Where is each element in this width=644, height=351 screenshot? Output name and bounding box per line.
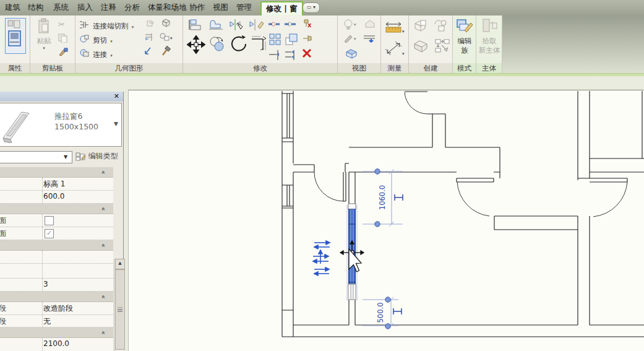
panel-label-clipboard[interactable]: 剪贴板 [30, 63, 75, 73]
linework-brush-icon[interactable]: ▾ [343, 33, 359, 46]
edit-family-button[interactable]: 编辑 族 [455, 18, 474, 55]
paste-button[interactable]: 粘贴 ▾ [35, 18, 53, 60]
section-header-phasing[interactable]: » [0, 292, 113, 302]
property-row-empty[interactable] [0, 264, 113, 279]
property-row-mark[interactable]: 3 [0, 279, 113, 292]
tab-view[interactable]: 视图 [213, 2, 228, 13]
aligned-dimension-icon[interactable]: ▾ [384, 40, 406, 59]
pick-new-host-button[interactable]: 拾取 新主体 [478, 18, 501, 55]
tab-annotate[interactable]: 注释 [101, 2, 116, 13]
wall-lines [282, 91, 644, 337]
flip-arrow-lower-icon[interactable] [314, 267, 329, 275]
panel-label-mode[interactable]: 模式 [453, 63, 476, 73]
section-header[interactable]: » [0, 204, 113, 214]
checkbox-checked[interactable]: ✓ [45, 229, 54, 238]
dimension-drag-handles[interactable] [393, 194, 403, 314]
dimension-value-top[interactable]: 1060.0 [378, 185, 387, 210]
section-header[interactable]: 件» [0, 167, 113, 178]
ribbon-state-toggle-button[interactable]: ▭ ▾ [303, 2, 320, 13]
delete-icon[interactable] [301, 48, 313, 61]
properties-button[interactable] [5, 18, 26, 54]
checkbox-unchecked[interactable] [45, 216, 54, 225]
tab-architecture[interactable]: 建筑 [5, 2, 20, 13]
unpin-icon[interactable]: x [301, 18, 313, 32]
copy-icon[interactable] [58, 33, 69, 45]
tab-insert[interactable]: 插入 [77, 2, 93, 13]
pin-icon[interactable] [301, 33, 313, 46]
scrollbar-up-arrow[interactable]: ▲ [115, 259, 125, 269]
property-row-height[interactable]: 度2100.0 [0, 338, 113, 351]
scrollbar-thumb[interactable] [115, 269, 125, 350]
trim-extend-single-icon[interactable] [267, 49, 281, 63]
property-row-plane-checked[interactable]: 平面 ✓ [0, 227, 113, 240]
panel-geometry: 连接端切割 ▾ 剪切 ▾ 连接 ▾ [75, 15, 183, 73]
join-geometry-button[interactable]: 连接 ▾ [79, 48, 113, 60]
flip-facing-icon[interactable] [314, 241, 330, 249]
move-icon[interactable] [187, 35, 205, 56]
mirror-draw-axis-icon[interactable] [247, 18, 265, 34]
group-gear-icon[interactable] [432, 19, 450, 36]
array-icon[interactable] [268, 33, 282, 48]
panel-label-properties[interactable]: 属性 [0, 63, 30, 73]
panel-label-host[interactable]: 主体 [476, 63, 502, 73]
trim-extend-multiple-icon[interactable] [283, 49, 297, 63]
panel-label-geometry[interactable]: 几何图形 [75, 63, 182, 73]
mirror-pick-axis-icon[interactable] [228, 18, 245, 34]
trim-extend-corner-icon[interactable] [250, 34, 268, 55]
rotate-icon[interactable] [229, 34, 249, 56]
property-row-level[interactable]: 标高 1 [0, 178, 113, 191]
edit-type-button[interactable]: 编辑类型 [75, 151, 118, 162]
parts-arrows-icon[interactable] [434, 38, 451, 56]
type-selector[interactable]: 推拉窗6 1500x1500 ▼ [0, 103, 122, 147]
tab-collaborate[interactable]: 协作 [189, 2, 205, 13]
panel-label-modify[interactable]: 修改 [183, 63, 337, 73]
tab-analyze[interactable]: 分析 [124, 2, 140, 13]
align-icon[interactable] [188, 19, 203, 33]
split-with-gap-icon[interactable] [283, 19, 297, 31]
palette-title-bar[interactable]: ✕ [0, 92, 123, 102]
demolish-hammer-icon[interactable] [160, 46, 171, 59]
cut-profile-icon[interactable] [363, 33, 377, 46]
property-row-phase-demolished[interactable]: 阶段无 [0, 315, 113, 327]
flip-hand-icon[interactable] [313, 250, 328, 264]
cut-geometry-button[interactable]: 剪切 ▾ [79, 33, 113, 46]
assembly-stack-icon[interactable] [412, 38, 431, 56]
lightbulb-icon[interactable]: ▾ [343, 19, 359, 32]
panel-label-view[interactable]: 视图 [338, 63, 380, 73]
panel-label-create[interactable]: 创建 [409, 63, 452, 73]
scale-icon[interactable] [285, 33, 298, 48]
palette-scrollbar[interactable]: ▲ [114, 259, 124, 351]
type-selector-dropdown-icon[interactable]: ▼ [114, 121, 118, 127]
offset-icon[interactable] [208, 18, 224, 34]
panel-label-measure[interactable]: 测量 [381, 63, 408, 73]
wall-joins-icon[interactable] [144, 32, 155, 44]
property-row-plane-unchecked[interactable]: 平面 [0, 214, 113, 227]
similar-box-icon[interactable] [413, 19, 429, 36]
selection-box-icon[interactable] [344, 48, 359, 61]
tab-manage[interactable]: 管理 [236, 2, 252, 13]
copy-elements-icon[interactable] [208, 35, 226, 55]
solid-box-icon[interactable] [160, 18, 171, 30]
wall-sweep-icon[interactable] [145, 19, 155, 30]
tab-structure[interactable]: 结构 [28, 2, 43, 13]
unjoin-icon[interactable]: ▾ [159, 32, 174, 44]
house-gray-icon[interactable] [364, 19, 376, 31]
close-icon[interactable]: ✕ [114, 92, 119, 100]
flip-control-arrows[interactable] [313, 241, 330, 275]
match-type-properties-icon[interactable] [58, 46, 69, 60]
drawing-area[interactable]: 1060.0 500.0 [128, 90, 644, 351]
section-header[interactable]: » [0, 327, 113, 338]
tab-systems[interactable]: 系统 [53, 2, 69, 13]
property-row-sill-height[interactable]: 600.0 [0, 191, 113, 204]
property-row-phase-created[interactable]: 阶段改造阶段 [0, 302, 113, 315]
measure-ruler-icon[interactable]: ▾ [384, 19, 406, 38]
section-header[interactable]: 据» [0, 240, 113, 251]
dimension-value-bottom[interactable]: 500.0 [376, 303, 385, 323]
beam-join-icon[interactable] [144, 46, 153, 58]
filter-combobox[interactable]: ▼ [0, 151, 72, 163]
split-element-icon[interactable] [267, 19, 281, 31]
cut-icon[interactable]: ✂ [58, 19, 69, 32]
cope-button[interactable]: 连接端切割 ▾ [79, 19, 134, 32]
property-row-empty[interactable] [0, 251, 113, 264]
tab-massing-site[interactable]: 体量和场地 [148, 2, 187, 13]
